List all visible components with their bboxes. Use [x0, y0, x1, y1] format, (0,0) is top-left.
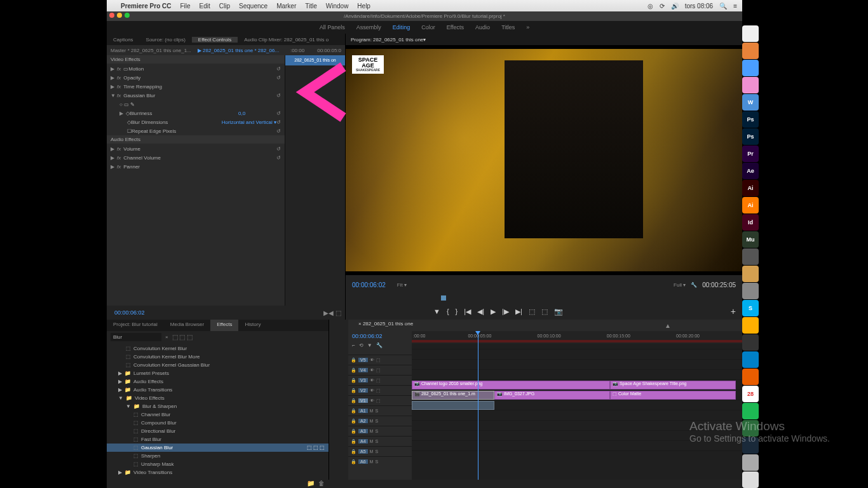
effect-item[interactable]: ⬚Compound Blur: [107, 419, 329, 427]
snap-icon[interactable]: ⌐: [352, 342, 355, 348]
volume-effect[interactable]: Volume: [123, 146, 276, 152]
expand-icon[interactable]: ▶: [111, 146, 117, 152]
checkbox-icon[interactable]: ☐: [127, 128, 132, 134]
tab-captions[interactable]: Captions: [107, 37, 140, 43]
go-out-icon[interactable]: ▶|: [515, 308, 522, 316]
selection-tool-icon[interactable]: ▲: [664, 322, 672, 330]
dock-app-icon[interactable]: Pr: [742, 146, 759, 162]
folder-audio-trans[interactable]: ▶ 📁Audio Transitions: [107, 386, 329, 394]
status-icon[interactable]: ◎: [648, 3, 653, 10]
gaussian-blur-effect[interactable]: Gaussian Blur: [123, 93, 276, 98]
preset-item[interactable]: ⬚Convolution Kernel Gaussian Blur: [107, 361, 329, 369]
ws-editing[interactable]: Editing: [393, 24, 410, 30]
ec-timecode[interactable]: 00:00:06:02: [111, 307, 149, 318]
dock-app-icon[interactable]: [742, 77, 759, 93]
clip-v1-matte[interactable]: ⬚ Color Matte: [610, 391, 736, 400]
track-v1[interactable]: 🔒V1👁⬚: [348, 395, 412, 405]
effect-item[interactable]: ⬚Directional Blur: [107, 427, 329, 435]
expand-icon[interactable]: ▶: [111, 155, 117, 161]
dock-app-icon[interactable]: Id: [742, 214, 759, 231]
menu-window[interactable]: Window: [326, 3, 349, 10]
clip-v1-img[interactable]: 📷 IMG_0327.JPG: [494, 391, 610, 400]
playhead[interactable]: [478, 331, 478, 480]
reset-icon[interactable]: ↺: [276, 93, 281, 98]
clip-a1[interactable]: [412, 401, 494, 410]
effect-item[interactable]: ⬚Fast Blur: [107, 435, 329, 444]
track-a6[interactable]: 🔒A6MS: [348, 456, 412, 466]
ws-color[interactable]: Color: [421, 24, 435, 30]
step-back-icon[interactable]: ◀|: [477, 308, 484, 316]
dock-app-icon[interactable]: [742, 369, 759, 385]
menu-edit[interactable]: Edit: [200, 3, 210, 10]
mask-icon[interactable]: ▭: [123, 66, 128, 72]
effect-item[interactable]: ⬚Sharpen: [107, 452, 329, 460]
opacity-effect[interactable]: Opacity: [123, 75, 276, 81]
effect-item[interactable]: ⬚Channel Blur: [107, 410, 329, 419]
folder-lumetri[interactable]: ▶ 📁Lumetri Presets: [107, 369, 329, 377]
dock-app-icon[interactable]: [742, 334, 759, 351]
folder-video-trans[interactable]: ▶ 📁Video Transitions: [107, 468, 329, 477]
dock-app-icon[interactable]: [742, 351, 759, 368]
quality-select[interactable]: Full ▾: [674, 282, 686, 288]
spotlight-icon[interactable]: 🔍: [719, 3, 727, 10]
time-remap-effect[interactable]: Time Remapping: [123, 84, 281, 90]
track-v2[interactable]: 🔒V2👁⬚: [348, 385, 412, 395]
dock-app-icon[interactable]: Ps: [742, 128, 759, 145]
ec-tool-icon[interactable]: ▶◀ ⬚: [323, 309, 341, 316]
tab-audio-mixer[interactable]: Audio Clip Mixer: 282_0625_01 this o: [238, 37, 335, 43]
dock-app-icon[interactable]: [742, 403, 759, 419]
ws-titles[interactable]: Titles: [501, 24, 515, 30]
link-icon[interactable]: ⟲: [359, 342, 363, 348]
bracket-in-icon[interactable]: {: [447, 308, 449, 316]
expand-icon[interactable]: ▶: [111, 75, 117, 81]
expand-icon[interactable]: ▼: [111, 93, 117, 98]
export-icon[interactable]: 📷: [554, 308, 563, 316]
program-monitor[interactable]: SPACE AGE SHAKESPEARE: [346, 45, 742, 275]
dock-app-icon[interactable]: Mu: [742, 231, 759, 248]
window-controls[interactable]: [109, 13, 130, 18]
dock-app-icon[interactable]: Ae: [742, 163, 759, 179]
clip-v2-title[interactable]: 📷 Space Age Shakespeare Title.png: [610, 381, 736, 390]
sequence-name[interactable]: 282_0625_01 this one: [363, 321, 413, 327]
reset-icon[interactable]: ↺: [276, 119, 281, 125]
dock-app-icon[interactable]: Ps: [742, 111, 759, 128]
reset-icon[interactable]: ↺: [276, 146, 281, 152]
mask-rect-icon[interactable]: ▭: [124, 102, 129, 107]
program-timecode[interactable]: 00:00:06:02: [352, 281, 386, 288]
dock-app-icon[interactable]: 28: [742, 386, 759, 402]
dock-app-icon[interactable]: Ai: [742, 180, 759, 196]
reset-icon[interactable]: ↺: [276, 66, 281, 72]
reset-icon[interactable]: ↺: [276, 128, 281, 134]
tab-project[interactable]: Project: Blur tutorial: [107, 320, 164, 331]
expand-icon[interactable]: ▶: [111, 84, 117, 90]
dock-app-icon[interactable]: [742, 317, 759, 334]
dock-app-icon[interactable]: [742, 266, 759, 282]
track-a4[interactable]: 🔒A4MS: [348, 436, 412, 446]
blurriness-param[interactable]: Blurriness: [130, 111, 238, 116]
timeline-area[interactable]: :00:00 00:00:05:00 00:00:10:00 00:00:15:…: [412, 331, 742, 480]
app-name[interactable]: Premiere Pro CC: [121, 3, 171, 10]
repeat-edge-param[interactable]: Repeat Edge Pixels: [132, 128, 276, 134]
menu-title[interactable]: Title: [305, 3, 317, 10]
bracket-out-icon[interactable]: }: [456, 308, 458, 316]
ws-overflow-icon[interactable]: »: [526, 24, 529, 30]
menu-marker[interactable]: Marker: [276, 3, 296, 10]
program-scrubber[interactable]: [346, 294, 742, 303]
lift-icon[interactable]: ⬚: [529, 308, 535, 316]
folder-video-fx[interactable]: ▼ 📁Video Effects: [107, 394, 329, 402]
menu-help[interactable]: Help: [357, 3, 370, 10]
ws-assembly[interactable]: Assembly: [356, 24, 381, 30]
mark-in-icon[interactable]: ▼: [433, 308, 440, 316]
reset-icon[interactable]: ↺: [276, 75, 281, 81]
blur-dimensions-param[interactable]: Blur Dimensions: [131, 119, 222, 125]
clear-search[interactable]: ×: [165, 334, 168, 340]
motion-effect[interactable]: Motion: [128, 66, 276, 72]
effects-search-input[interactable]: [111, 333, 161, 341]
reset-icon[interactable]: ↺: [276, 155, 281, 161]
volume-icon[interactable]: 🔊: [671, 3, 679, 10]
zoom-fit[interactable]: Fit ▾: [397, 282, 407, 288]
timeline-timecode[interactable]: 00:00:06:02: [348, 331, 412, 341]
menu-icon[interactable]: ≡: [733, 3, 737, 10]
step-fwd-icon[interactable]: |▶: [502, 308, 509, 316]
clock[interactable]: tors 08:06: [685, 3, 713, 10]
